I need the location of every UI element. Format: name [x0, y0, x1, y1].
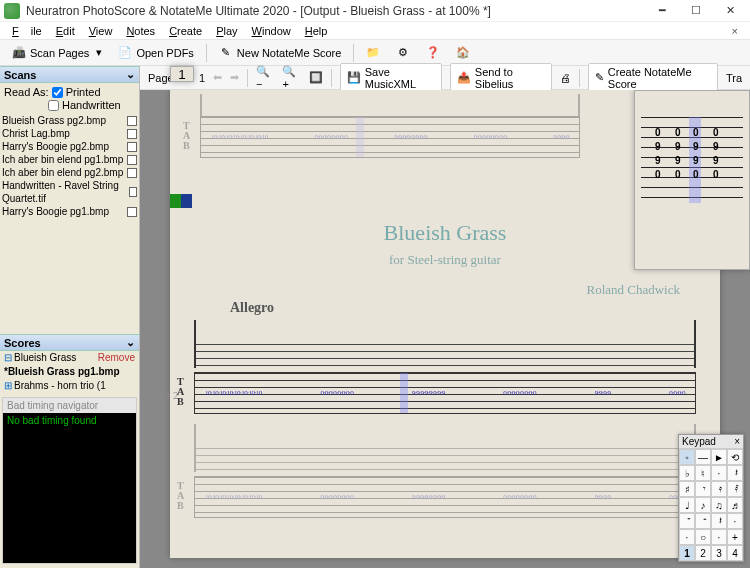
save-musicxml-button[interactable]: 💾Save MusicXML [340, 63, 442, 93]
send-sibelius-button[interactable]: 📤Send to Sibelius [450, 63, 552, 93]
nav-body: No bad timing found [3, 413, 136, 563]
keypad-close-icon[interactable]: × [734, 436, 740, 447]
create-notateme-button[interactable]: ✎Create NotateMe Score [588, 63, 718, 93]
maximize-button[interactable]: ☐ [680, 2, 712, 20]
bad-timing-navigator: Bad timing navigator No bad timing found [2, 397, 137, 564]
keypad-cell[interactable]: 𝄽 [711, 513, 727, 529]
save-icon: 💾 [347, 71, 361, 84]
scan-pages-button[interactable]: 📠 Scan Pages ▾ [8, 44, 106, 62]
keypad-cell[interactable]: 𝄼 [695, 513, 711, 529]
page-input[interactable] [170, 66, 194, 82]
tree-minus-icon[interactable]: ⊟ [4, 352, 12, 363]
scores-header[interactable]: Scores⌄ [0, 334, 139, 351]
keypad-cell[interactable]: ♮ [695, 465, 711, 481]
scan-item[interactable]: Christ Lag.bmp [0, 127, 139, 140]
read-as-group: Read As: Printed Handwritten [0, 83, 139, 114]
keypad-tab[interactable]: 2 [695, 545, 711, 561]
menu-view[interactable]: View [83, 24, 119, 38]
keypad-cell[interactable]: — [695, 449, 711, 465]
menubar: File Edit View Notes Create Play Window … [0, 22, 750, 40]
keypad-cell[interactable]: ◦ [679, 449, 695, 465]
keypad-cell[interactable]: · [679, 529, 695, 545]
keypad-tab[interactable]: 4 [727, 545, 743, 561]
remove-link[interactable]: Remove [98, 351, 135, 365]
keypad-cell[interactable]: · [727, 513, 743, 529]
menu-play[interactable]: Play [210, 24, 243, 38]
keypad-cell[interactable]: ♩ [679, 497, 695, 513]
tab-staff[interactable]: Staff 2 TAB 10·10·10·10·10·10·10·100·0·0… [194, 372, 696, 414]
settings-button[interactable]: ⚙ [392, 44, 414, 62]
new-score-button[interactable]: ✎ New NotateMe Score [215, 44, 346, 62]
gear-icon: ⚙ [396, 46, 410, 60]
keypad-cell[interactable]: ♪ [695, 497, 711, 513]
score-item[interactable]: ⊞Brahms - horn trio (1 [0, 379, 139, 393]
transpose-button[interactable]: Tra [726, 72, 742, 84]
score-item[interactable]: ⊟Blueish Grass Remove [0, 351, 139, 365]
keypad-cell[interactable]: ♯ [679, 481, 695, 497]
keypad-cell[interactable]: ♬ [727, 497, 743, 513]
window-title: Neuratron PhotoScore & NotateMe Ultimate… [26, 4, 646, 18]
document-toolbar: Page of 1 ⬅ ➡ 🔍− 🔍+ 🔲 💾Save MusicXML 📤Se… [140, 66, 750, 90]
menu-edit[interactable]: Edit [50, 24, 81, 38]
keypad-panel[interactable]: Keypad× ◦—►⟲♭♮·𝄽♯𝄾𝄿𝅀♩♪♫♬𝄻𝄼𝄽··○·+ 1 2 3 4 [678, 434, 744, 562]
menu-notes[interactable]: Notes [120, 24, 161, 38]
home-button[interactable]: 🏠 [452, 44, 474, 62]
score-viewport[interactable]: TAB 10·10·10·10·10·10·10·100·0·0·0·0·0·0… [140, 90, 750, 568]
scan-item[interactable]: Handwritten - Ravel String Quartet.tif [0, 179, 139, 205]
open-pdfs-button[interactable]: 📄 Open PDFs [114, 44, 197, 62]
tree-plus-icon[interactable]: ⊞ [4, 380, 12, 391]
notation-staff[interactable] [194, 320, 696, 368]
keypad-cell[interactable]: 𝅀 [727, 481, 743, 497]
collapse-icon[interactable]: ⌄ [126, 336, 135, 349]
side-panel: Scans⌄ Read As: Printed Handwritten Blue… [0, 66, 140, 568]
scans-header[interactable]: Scans⌄ [0, 66, 139, 83]
keypad-cell[interactable]: 𝄽 [727, 465, 743, 481]
handwritten-checkbox[interactable] [48, 100, 59, 111]
menu-window[interactable]: Window [246, 24, 297, 38]
keypad-cell[interactable]: 𝄿 [711, 481, 727, 497]
keypad-tab[interactable]: 3 [711, 545, 727, 561]
keypad-cell[interactable]: ♫ [711, 497, 727, 513]
printed-checkbox[interactable] [52, 87, 63, 98]
keypad-cell[interactable]: ► [711, 449, 727, 465]
scan-item[interactable]: Harry's Boogie pg2.bmp [0, 140, 139, 153]
keypad-cell[interactable]: · [711, 529, 727, 545]
minimize-button[interactable]: ━ [646, 2, 678, 20]
keypad-tab[interactable]: 1 [679, 545, 695, 561]
app-icon [4, 3, 20, 19]
print-icon[interactable]: 🖨 [560, 72, 571, 84]
scan-item[interactable]: Ich aber bin elend pg2.bmp [0, 166, 139, 179]
scan-item[interactable]: Harry's Boogie pg1.bmp [0, 205, 139, 218]
tempo-marking: Allegro [230, 300, 720, 316]
keypad-cell[interactable]: · [711, 465, 727, 481]
score-list: ⊟Blueish Grass Remove *Blueish Grass pg1… [0, 351, 139, 393]
open-folder-button[interactable]: 📁 [362, 44, 384, 62]
keypad-title: Keypad [682, 436, 716, 447]
help-button[interactable]: ❓ [422, 44, 444, 62]
close-button[interactable]: ✕ [714, 2, 746, 20]
zoom-in-icon[interactable]: 🔍+ [282, 65, 300, 90]
zoom-out-icon[interactable]: 🔍− [256, 65, 274, 90]
keypad-cell[interactable]: ⟲ [727, 449, 743, 465]
mdi-close-icon[interactable]: × [726, 24, 750, 38]
scan-item[interactable]: Blueish Grass pg2.bmp [0, 114, 139, 127]
menu-file[interactable]: File [6, 24, 48, 38]
home-icon: 🏠 [456, 46, 470, 60]
next-page-icon[interactable]: ➡ [230, 71, 239, 84]
nav-header: Bad timing navigator [3, 398, 136, 413]
full-detail-view-panel[interactable]: Full detail view 99 99 99 99 00 00 00 00 [634, 90, 750, 270]
keypad-cell[interactable]: 𝄾 [695, 481, 711, 497]
menu-create[interactable]: Create [163, 24, 208, 38]
scan-item[interactable]: Ich aber bin elend pg1.bmp [0, 153, 139, 166]
fit-icon[interactable]: 🔲 [309, 71, 323, 84]
score-item-selected[interactable]: *Blueish Grass pg1.bmp [0, 365, 139, 379]
collapse-icon[interactable]: ⌄ [126, 68, 135, 81]
keypad-cell[interactable]: ○ [695, 529, 711, 545]
keypad-cell[interactable]: + [727, 529, 743, 545]
play-marker[interactable] [170, 194, 192, 208]
menu-help[interactable]: Help [299, 24, 334, 38]
keypad-cell[interactable]: ♭ [679, 465, 695, 481]
keypad-cell[interactable]: 𝄻 [679, 513, 695, 529]
composer: Roland Chadwick [170, 282, 680, 298]
prev-page-icon[interactable]: ⬅ [213, 71, 222, 84]
